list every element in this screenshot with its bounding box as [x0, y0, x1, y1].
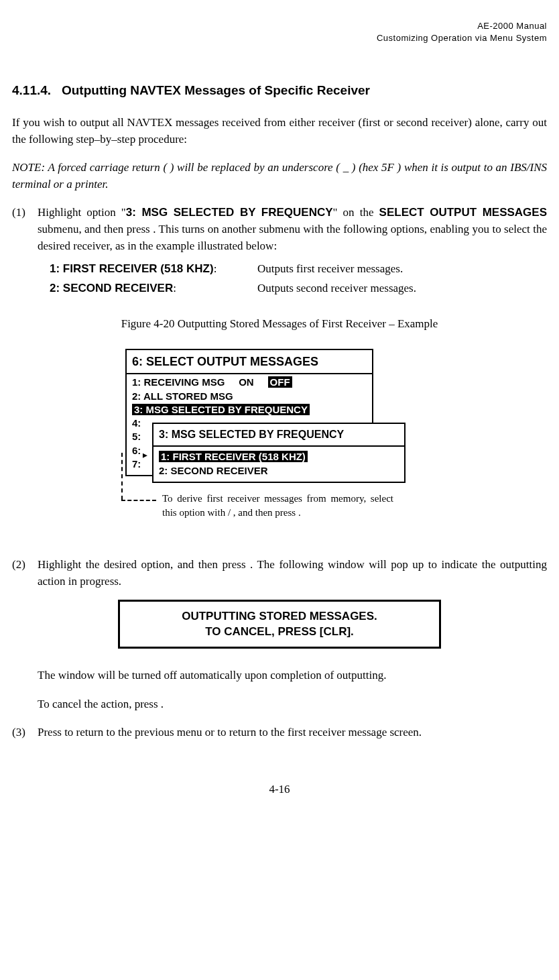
after-popup-2: To cancel the action, press .: [12, 696, 547, 713]
step-1-text-b: " on the: [333, 206, 379, 219]
step-2-text-a: Highlight the desired option, and then p…: [38, 558, 250, 571]
step-1-body: Highlight option "3: MSG SELECTED BY FRE…: [38, 205, 547, 254]
menu-row-3: 3: MSG SELECTED BY FREQUENCY: [132, 403, 367, 417]
step-2: (2) Highlight the desired option, and th…: [12, 557, 547, 590]
option-row-2: 2: SECOND RECEIVER: Outputs second recei…: [50, 280, 547, 297]
step-1-text-c: submenu, and then press: [38, 223, 153, 235]
header-line2: Customizing Operation via Menu System: [12, 32, 547, 44]
step-1: (1) Highlight option "3: MSG SELECTED BY…: [12, 205, 547, 254]
option-1-label: 1: FIRST RECEIVER (518 KHZ):: [50, 261, 257, 278]
after-popup-1: The window will be turned off automatica…: [12, 667, 547, 684]
popup-line1: OUTPUTTING STORED MESSAGES.: [132, 608, 427, 624]
note-paragraph: NOTE: A forced carriage return ( ) will …: [12, 160, 547, 193]
step-3: (3) Press to return to the previous menu…: [12, 724, 547, 741]
section-number: 4.11.4.: [12, 83, 51, 97]
header-line1: AE-2000 Manual: [12, 20, 547, 32]
step-1-option: 3: MSG SELECTED BY FREQUENCY: [126, 206, 333, 219]
figure-caption: Figure 4-20 Outputting Stored Messages o…: [12, 316, 547, 333]
section-title: Outputting NAVTEX Messages of Specific R…: [62, 83, 370, 97]
section-heading: 4.11.4. Outputting NAVTEX Messages of Sp…: [12, 81, 547, 100]
off-badge: OFF: [268, 376, 292, 388]
step-2-body: Highlight the desired option, and then p…: [38, 557, 547, 590]
step-1-option2: SELECT OUTPUT MESSAGES: [379, 206, 547, 219]
popup-box: OUTPUTTING STORED MESSAGES. TO CANCEL, P…: [118, 600, 441, 649]
submenu-body: 1: FIRST RECEIVER (518 KHZ) 2: SECOND RE…: [153, 447, 404, 482]
page-footer: 4-16: [12, 781, 547, 798]
dashed-connector-v: [121, 453, 123, 500]
arrow-icon: ▸: [141, 446, 149, 464]
step-3-body: Press to return to the previous menu or …: [38, 724, 547, 741]
submenu-row-2: 2: SECOND RECEIVER: [159, 464, 399, 478]
diagram-note: To derive first receiver messages from m…: [162, 492, 393, 520]
intro-paragraph: If you wish to output all NAVTEX message…: [12, 115, 547, 148]
menu-row-2: 2: ALL STORED MSG: [132, 390, 367, 403]
submenu-box: 3: MSG SELECTED BY FREQUENCY 1: FIRST RE…: [152, 423, 406, 482]
dashed-connector-h: [121, 500, 156, 501]
option-1-desc: Outputs first receiver messages.: [257, 261, 403, 278]
submenu-row-1: 1: FIRST RECEIVER (518 KHZ): [159, 449, 399, 464]
options-table: 1: FIRST RECEIVER (518 KHZ): Outputs fir…: [50, 261, 547, 296]
step-2-number: (2): [12, 557, 38, 590]
menu-row-1: 1: RECEIVING MSG ON OFF: [132, 376, 367, 389]
submenu-title: 3: MSG SELECTED BY FREQUENCY: [153, 424, 404, 446]
option-row-1: 1: FIRST RECEIVER (518 KHZ): Outputs fir…: [50, 261, 547, 278]
step-1-text-a: Highlight option ": [38, 206, 126, 219]
option-2-label: 2: SECOND RECEIVER:: [50, 280, 257, 297]
option-2-desc: Outputs second receiver messages.: [257, 280, 416, 297]
page-header: AE-2000 Manual Customizing Operation via…: [12, 20, 547, 44]
step-3-number: (3): [12, 724, 38, 741]
popup-line2: TO CANCEL, PRESS [CLR].: [132, 624, 427, 640]
main-menu-title: 6: SELECT OUTPUT MESSAGES: [127, 350, 372, 374]
menu-diagram: 6: SELECT OUTPUT MESSAGES 1: RECEIVING M…: [125, 349, 434, 537]
step-1-number: (1): [12, 205, 38, 254]
